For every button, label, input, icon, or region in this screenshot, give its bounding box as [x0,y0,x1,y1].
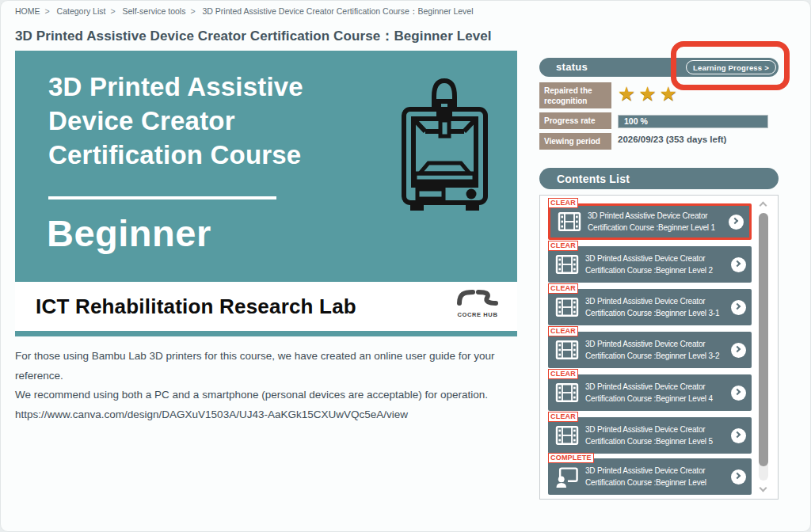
progress-bar-fill: 100 % [619,116,767,127]
content-item-wrapper: CLEAR 3D Printed Assistive Device Creato… [548,374,752,411]
content-item-level-1[interactable]: 3D Printed Assistive Device Creator Cert… [548,203,752,240]
status-badge: CLEAR [548,326,578,336]
progress-bar: 100 % [618,115,768,128]
film-icon [555,340,579,360]
content-item-level-3-2[interactable]: 3D Printed Assistive Device Creator Cert… [548,332,752,368]
chevron-right-icon [731,300,746,315]
content-item-title: 3D Printed Assistive Device Creator Cert… [585,424,728,447]
status-badge: COMPLETE [548,453,594,463]
content-item-title: 3D Printed Assistive Device Creator Cert… [588,210,725,234]
contents-list-header: Contents List [539,168,779,189]
film-icon [555,425,579,446]
breadcrumb-separator: > [110,6,115,16]
banner-heading-line: Certification Course [48,138,303,172]
progress-rate-label: Progress rate [539,112,611,129]
banner-teal-area: 3D Printed Assistive Device Creator Cert… [15,51,517,282]
cocre-hub-logo-text: COCRE HUB [454,311,501,318]
status-header-label: status [556,61,588,73]
content-item-wrapper: CLEAR 3D Printed Assistive Device Creato… [548,289,752,325]
chevron-right-icon [731,343,746,358]
content-item-wrapper: CLEAR 3D Printed Assistive Device Creato… [548,332,752,368]
viewing-period-value: 2026/09/23 (353 days left) [618,135,726,144]
chevron-right-icon [731,428,746,443]
film-icon [555,297,579,317]
breadcrumb-self-service-tools[interactable]: Self-service tools [123,6,186,16]
status-badge: CLEAR [548,369,578,379]
film-icon [558,211,581,232]
content-item-level-4[interactable]: 3D Printed Assistive Device Creator Cert… [548,374,752,411]
content-item-wrapper: CLEAR 3D Printed Assistive Device Creato… [548,417,752,454]
banner-heading: 3D Printed Assistive Device Creator Cert… [48,70,303,173]
scroll-up-icon[interactable] [760,202,767,210]
person-screen-icon [555,466,579,488]
content-item-title: 3D Printed Assistive Device Creator Cert… [585,465,728,488]
status-badge: CLEAR [548,283,578,294]
3d-printer-icon [393,73,497,220]
content-item-wrapper: COMPLETE 3D Printed Assistive Device Cre… [548,458,752,495]
content-item-final[interactable]: 3D Printed Assistive Device Creator Cert… [548,458,752,495]
film-icon [555,382,579,403]
content-item-wrapper: CLEAR 3D Printed Assistive Device Creato… [548,246,752,283]
content-item-level-3-1[interactable]: 3D Printed Assistive Device Creator Cert… [548,289,752,325]
status-badge: CLEAR [548,241,578,251]
content-item-title: 3D Printed Assistive Device Creator Cert… [585,295,728,319]
content-item-wrapper: CLEAR 3D Printed Assistive Device Creato… [548,203,752,240]
breadcrumb-separator: > [190,6,195,16]
banner-level-text: Beginner [47,211,211,255]
content-item-title: 3D Printed Assistive Device Creator Cert… [585,338,728,362]
banner-bottom-bar [15,331,517,336]
chevron-right-icon [731,469,746,484]
contents-list-box: CLEAR 3D Printed Assistive Device Creato… [539,195,779,500]
content-item-title: 3D Printed Assistive Device Creator Cert… [585,381,728,405]
lab-name: ICT Rehabilitation Research Lab [36,294,356,319]
chevron-right-icon [731,257,746,272]
cocre-hub-logo: COCRE HUB [454,288,501,318]
course-page: HOME> Category List> Self-service tools>… [0,0,811,532]
description-paragraph: For those using Bambu Lab 3D printers fo… [15,347,525,386]
status-badge: CLEAR [548,198,578,208]
film-icon [555,254,579,275]
banner-heading-line: 3D Printed Assistive [48,70,303,104]
content-item-level-5[interactable]: 3D Printed Assistive Device Creator Cert… [548,417,752,454]
contents-list-scrollbar[interactable] [758,196,769,499]
course-banner-image: 3D Printed Assistive Device Creator Cert… [15,51,517,336]
description-link-text[interactable]: https://www.canva.com/design/DAGXuV1503A… [15,405,525,425]
breadcrumb-current-page: 3D Printed Assistive Device Creator Cert… [203,6,474,16]
contents-list-header-label: Contents List [557,173,630,185]
banner-divider [48,196,276,200]
breadcrumb-home[interactable]: HOME [15,6,40,16]
recognition-label: Repaired the recognition [539,82,611,108]
course-description: For those using Bambu Lab 3D printers fo… [15,347,525,424]
breadcrumb-separator: > [45,6,50,16]
scroll-down-icon[interactable] [760,484,767,492]
page-title: 3D Printed Assistive Device Creator Cert… [15,27,492,45]
banner-heading-line: Device Creator [48,104,303,138]
learning-progress-button[interactable]: Learning Progress > [686,60,776,74]
status-header: status Learning Progress > [539,58,779,77]
banner-footer-strip: ICT Rehabilitation Research Lab COCRE HU… [15,282,517,331]
cocre-hub-logo-icon [454,288,501,307]
content-item-title: 3D Printed Assistive Device Creator Cert… [585,253,728,276]
breadcrumb: HOME> Category List> Self-service tools>… [15,6,478,17]
description-paragraph: We recommend using both a PC and a smart… [15,386,525,405]
status-badge: CLEAR [548,412,578,422]
viewing-period-label: Viewing period [539,133,611,150]
chevron-right-icon [731,386,746,401]
content-item-level-2[interactable]: 3D Printed Assistive Device Creator Cert… [548,246,752,283]
recognition-stars: ★★★ [618,82,680,105]
chevron-right-icon [729,215,744,230]
breadcrumb-category-list[interactable]: Category List [57,6,106,16]
scrollbar-thumb[interactable] [759,213,768,466]
